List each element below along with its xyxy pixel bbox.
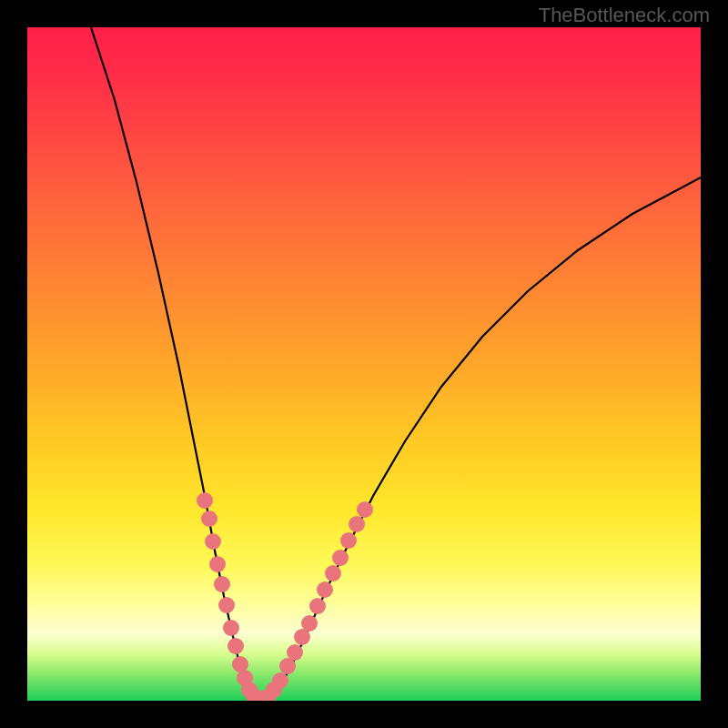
data-point bbox=[228, 638, 244, 654]
data-point bbox=[201, 511, 217, 527]
data-point bbox=[317, 581, 333, 598]
data-point bbox=[357, 501, 373, 518]
data-point bbox=[309, 598, 326, 614]
bottleneck-curve bbox=[91, 27, 701, 699]
data-point bbox=[205, 533, 221, 550]
data-point bbox=[272, 672, 288, 689]
data-point bbox=[223, 620, 239, 636]
data-point bbox=[287, 644, 303, 661]
data-point bbox=[214, 576, 230, 592]
plot-area bbox=[27, 27, 701, 701]
data-point bbox=[209, 556, 226, 572]
watermark-text: TheBottleneck.com bbox=[539, 4, 710, 27]
data-point bbox=[301, 615, 318, 632]
data-point bbox=[325, 565, 341, 581]
data-point bbox=[349, 516, 365, 532]
data-point bbox=[340, 532, 357, 549]
chart-svg bbox=[27, 27, 701, 701]
data-point bbox=[197, 492, 213, 509]
data-point bbox=[218, 597, 235, 613]
chart-frame: TheBottleneck.com bbox=[0, 0, 728, 728]
data-point bbox=[332, 550, 349, 566]
